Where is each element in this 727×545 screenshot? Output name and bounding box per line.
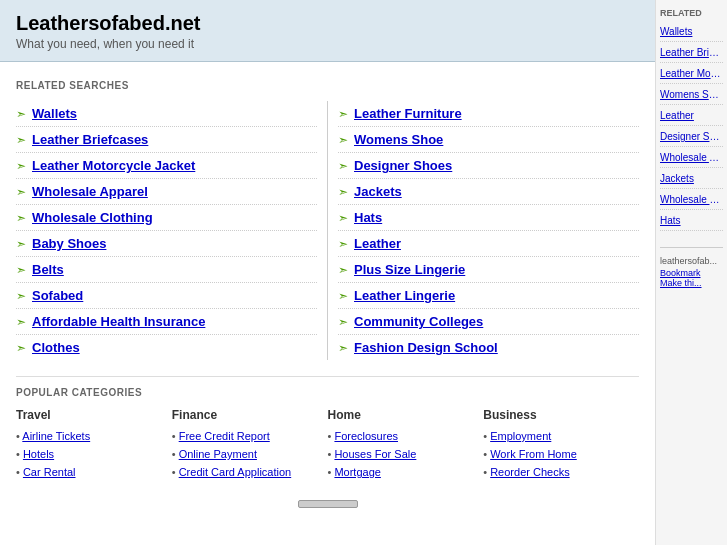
search-link[interactable]: Community Colleges — [354, 314, 483, 329]
search-item: ➣Leather Furniture — [338, 101, 639, 127]
sidebar-link[interactable]: Jackets — [660, 173, 723, 189]
list-item: Airline Tickets — [16, 428, 164, 443]
list-item: Reorder Checks — [483, 464, 631, 479]
search-link[interactable]: Leather Furniture — [354, 106, 462, 121]
sidebar-link[interactable]: Wallets — [660, 26, 723, 42]
site-title: Leathersofabed.net — [16, 12, 639, 35]
arrow-icon: ➣ — [16, 185, 26, 199]
search-link[interactable]: Designer Shoes — [354, 158, 452, 173]
category-link[interactable]: Hotels — [23, 448, 54, 460]
category-link[interactable]: Airline Tickets — [22, 430, 90, 442]
search-link[interactable]: Wallets — [32, 106, 77, 121]
arrow-icon: ➣ — [338, 107, 348, 121]
arrow-icon: ➣ — [338, 289, 348, 303]
search-link[interactable]: Leather — [354, 236, 401, 251]
search-link[interactable]: Affordable Health Insurance — [32, 314, 205, 329]
search-item: ➣Community Colleges — [338, 309, 639, 335]
list-item: Foreclosures — [328, 428, 476, 443]
arrow-icon: ➣ — [16, 211, 26, 225]
search-item: ➣Fashion Design School — [338, 335, 639, 360]
category-link[interactable]: Credit Card Application — [179, 466, 292, 478]
sidebar-make-link[interactable]: Make thi... — [660, 278, 723, 288]
category-link[interactable]: Reorder Checks — [490, 466, 569, 478]
search-link[interactable]: Clothes — [32, 340, 80, 355]
category-link[interactable]: Work From Home — [490, 448, 577, 460]
search-link[interactable]: Wholesale Apparel — [32, 184, 148, 199]
sidebar-bookmark-link[interactable]: Bookmark — [660, 268, 723, 278]
search-item: ➣Wholesale Clothing — [16, 205, 317, 231]
search-link[interactable]: Jackets — [354, 184, 402, 199]
arrow-icon: ➣ — [338, 237, 348, 251]
sidebar-link[interactable]: Leather Motorcycle Jacket — [660, 68, 723, 84]
category-heading: Travel — [16, 408, 164, 422]
arrow-icon: ➣ — [16, 159, 26, 173]
category-link[interactable]: Foreclosures — [334, 430, 398, 442]
search-item: ➣Leather Lingerie — [338, 283, 639, 309]
search-link[interactable]: Wholesale Clothing — [32, 210, 153, 225]
arrow-icon: ➣ — [338, 341, 348, 355]
sidebar-links-container: WalletsLeather BriefcasesLeather Motorcy… — [660, 26, 723, 231]
category-link[interactable]: Houses For Sale — [334, 448, 416, 460]
search-item: ➣Baby Shoes — [16, 231, 317, 257]
arrow-icon: ➣ — [16, 133, 26, 147]
related-searches-label: RELATED SEARCHES — [16, 80, 639, 91]
arrow-icon: ➣ — [16, 107, 26, 121]
category-column: TravelAirline TicketsHotelsCar Rental — [16, 408, 172, 482]
search-link[interactable]: Leather Motorcycle Jacket — [32, 158, 195, 173]
search-link[interactable]: Womens Shoe — [354, 132, 443, 147]
search-link[interactable]: Leather Briefcases — [32, 132, 148, 147]
search-link[interactable]: Sofabed — [32, 288, 83, 303]
list-item: Mortgage — [328, 464, 476, 479]
sidebar-link[interactable]: Leather — [660, 110, 723, 126]
arrow-icon: ➣ — [338, 185, 348, 199]
category-link[interactable]: Car Rental — [23, 466, 76, 478]
sidebar-link[interactable]: Womens Shoe — [660, 89, 723, 105]
search-item: ➣Wholesale Apparel — [16, 179, 317, 205]
arrow-icon: ➣ — [16, 315, 26, 329]
sidebar-site-text: leathersofab... — [660, 256, 723, 266]
search-link[interactable]: Baby Shoes — [32, 236, 106, 251]
sidebar-label: RELATED — [660, 8, 723, 18]
search-link[interactable]: Plus Size Lingerie — [354, 262, 465, 277]
category-column: BusinessEmploymentWork From HomeReorder … — [483, 408, 639, 482]
search-link[interactable]: Leather Lingerie — [354, 288, 455, 303]
list-item: Online Payment — [172, 446, 320, 461]
right-sidebar: RELATED WalletsLeather BriefcasesLeather… — [655, 0, 727, 545]
list-item: Employment — [483, 428, 631, 443]
categories-columns: TravelAirline TicketsHotelsCar RentalFin… — [16, 408, 639, 482]
arrow-icon: ➣ — [338, 159, 348, 173]
arrow-icon: ➣ — [338, 211, 348, 225]
sidebar-link[interactable]: Wholesale Clothing — [660, 194, 723, 210]
search-item: ➣Leather Briefcases — [16, 127, 317, 153]
category-link[interactable]: Employment — [490, 430, 551, 442]
sidebar-link[interactable]: Wholesale Apparel — [660, 152, 723, 168]
search-link[interactable]: Fashion Design School — [354, 340, 498, 355]
search-item: ➣Designer Shoes — [338, 153, 639, 179]
search-link[interactable]: Belts — [32, 262, 64, 277]
list-item: Car Rental — [16, 464, 164, 479]
list-item: Credit Card Application — [172, 464, 320, 479]
search-item: ➣Leather — [338, 231, 639, 257]
search-item: ➣Belts — [16, 257, 317, 283]
search-item: ➣Clothes — [16, 335, 317, 360]
arrow-icon: ➣ — [16, 237, 26, 251]
sidebar-link[interactable]: Hats — [660, 215, 723, 231]
search-item: ➣Womens Shoe — [338, 127, 639, 153]
popular-categories-label: POPULAR CATEGORIES — [16, 376, 639, 398]
search-link[interactable]: Hats — [354, 210, 382, 225]
horizontal-scrollbar[interactable] — [298, 500, 358, 508]
category-link[interactable]: Free Credit Report — [179, 430, 270, 442]
search-item: ➣Affordable Health Insurance — [16, 309, 317, 335]
sidebar-link[interactable]: Leather Briefcases — [660, 47, 723, 63]
left-search-column: ➣Wallets➣Leather Briefcases➣Leather Moto… — [16, 101, 317, 360]
search-item: ➣Wallets — [16, 101, 317, 127]
category-link[interactable]: Mortgage — [334, 466, 380, 478]
arrow-icon: ➣ — [338, 263, 348, 277]
sidebar-link[interactable]: Designer Shoes — [660, 131, 723, 147]
category-link[interactable]: Online Payment — [179, 448, 257, 460]
sidebar-bottom: leathersofab... Bookmark Make thi... — [660, 247, 723, 288]
search-item: ➣Plus Size Lingerie — [338, 257, 639, 283]
category-column: FinanceFree Credit ReportOnline PaymentC… — [172, 408, 328, 482]
list-item: Houses For Sale — [328, 446, 476, 461]
arrow-icon: ➣ — [16, 289, 26, 303]
